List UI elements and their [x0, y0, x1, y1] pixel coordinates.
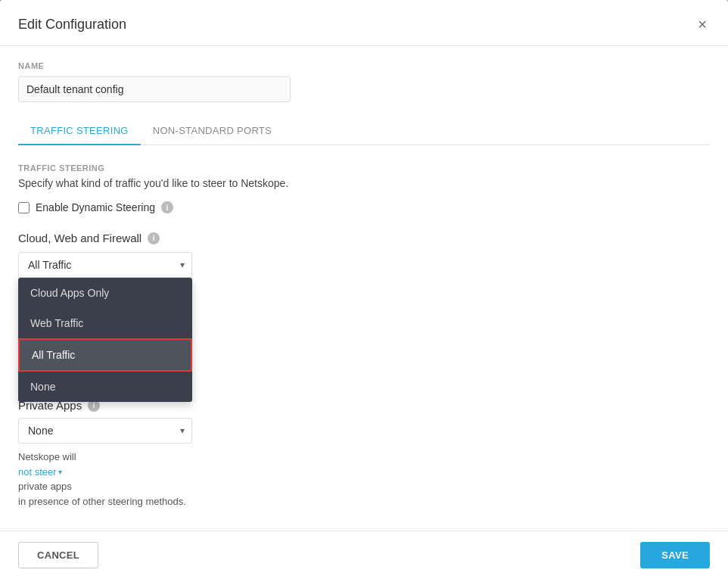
enable-dynamic-steering-row: Enable Dynamic Steering i	[18, 201, 710, 213]
enable-dynamic-steering-checkbox[interactable]	[18, 202, 30, 213]
cancel-button[interactable]: CANCEL	[18, 542, 98, 568]
name-input[interactable]	[18, 76, 291, 102]
modal-overlay: Edit Configuration × NAME TRAFFIC STEERI…	[0, 0, 728, 579]
cloud-web-firewall-label: Cloud, Web and Firewall i	[18, 232, 710, 244]
enable-dynamic-steering-label: Enable Dynamic Steering	[36, 201, 155, 213]
modal-body: NAME TRAFFIC STEERING NON-STANDARD PORTS…	[0, 46, 728, 531]
steer-note-row: Netskope will not steer ▾ private apps i…	[18, 450, 710, 509]
dropdown-option-cloud-apps-only[interactable]: Cloud Apps Only	[18, 278, 192, 308]
cloud-web-firewall-select-container: All Traffic ▾ Cloud Apps Only Web Traffi…	[18, 252, 710, 278]
section-description: Specify what kind of traffic you'd like …	[18, 177, 710, 189]
all-traffic-select[interactable]: All Traffic	[18, 252, 192, 278]
dropdown-option-none[interactable]: None	[18, 372, 192, 402]
modal-header: Edit Configuration ×	[0, 0, 728, 46]
dropdown-option-web-traffic[interactable]: Web Traffic	[18, 308, 192, 338]
edit-configuration-modal: Edit Configuration × NAME TRAFFIC STEERI…	[0, 0, 728, 579]
enable-dynamic-steering-info-icon[interactable]: i	[161, 201, 173, 213]
modal-title: Edit Configuration	[18, 17, 126, 33]
not-steer-link[interactable]: not steer ▾	[18, 465, 710, 480]
traffic-steering-section: TRAFFIC STEERING Specify what kind of tr…	[18, 163, 710, 509]
private-apps-section: Private Apps i None ▾ Netskope will not …	[18, 399, 710, 509]
tab-non-standard-ports[interactable]: NON-STANDARD PORTS	[141, 117, 284, 145]
save-button[interactable]: SAVE	[640, 542, 710, 568]
close-button[interactable]: ×	[695, 14, 710, 35]
traffic-type-dropdown: Cloud Apps Only Web Traffic All Traffic …	[18, 278, 192, 402]
section-title: TRAFFIC STEERING	[18, 163, 710, 173]
steer-link-arrow-icon: ▾	[58, 466, 62, 478]
tab-traffic-steering[interactable]: TRAFFIC STEERING	[18, 117, 141, 145]
private-apps-select-wrapper: None ▾	[18, 418, 192, 444]
all-traffic-select-wrapper: All Traffic ▾	[18, 252, 192, 278]
tabs-bar: TRAFFIC STEERING NON-STANDARD PORTS	[18, 117, 710, 145]
private-apps-select[interactable]: None	[18, 418, 192, 444]
cloud-web-firewall-info-icon[interactable]: i	[148, 232, 160, 244]
modal-footer: CANCEL SAVE	[0, 531, 728, 579]
name-field-label: NAME	[18, 61, 710, 70]
name-field-group: NAME	[18, 61, 710, 102]
dropdown-option-all-traffic[interactable]: All Traffic	[18, 338, 192, 372]
